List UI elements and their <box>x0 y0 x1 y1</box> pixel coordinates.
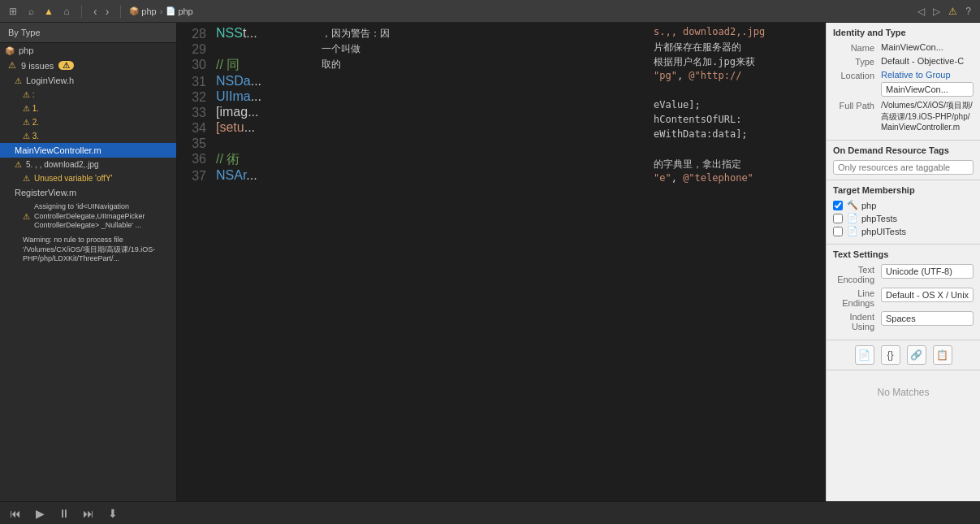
target-phpuitests-label: 📄 phpUITests <box>847 226 906 236</box>
sidebar-item-colon[interactable]: ⚠ : <box>0 88 176 102</box>
mid-code-2: 一个叫做 <box>315 41 647 57</box>
target-phptests-checkbox[interactable] <box>833 214 843 223</box>
editor-area: 28 NSSt... 29 30 // 同 31 NSDa... 32 UIIm… <box>177 23 826 501</box>
sidebar-item-unused-var[interactable]: ⚠ Unused variable 'offY' <box>0 171 176 185</box>
debug-pause-btn[interactable]: ⏸ <box>55 505 73 522</box>
code-line-31: 31 NSDa... <box>177 74 315 89</box>
warning-norule-label: Warning: no rule to process file '/Volum… <box>23 236 168 264</box>
nav-right-icon[interactable]: ▷ <box>930 6 943 17</box>
rcode-line-31: "pg", @"http:// <box>647 70 826 99</box>
debug-stepinto-btn[interactable]: ⬇ <box>104 505 122 522</box>
file-icon-btn[interactable]: 📄 <box>855 345 874 365</box>
warning-unused-icon: ⚠ <box>23 174 30 183</box>
target-phptests-icon: 📄 <box>847 213 858 223</box>
sidebar-item-loginviewh[interactable]: ⚠ LoginView.h <box>0 73 176 88</box>
loginviewh-label: LoginView.h <box>26 76 74 85</box>
nav-left-icon[interactable]: ◁ <box>915 6 927 17</box>
breadcrumb-item-php2[interactable]: 📄 php <box>166 6 192 16</box>
text-settings-title: Text Settings <box>833 249 974 259</box>
sidebar-item-php[interactable]: 📦 php <box>0 43 176 58</box>
mid-code-3: 取的 <box>315 57 647 72</box>
on-demand-input[interactable] <box>833 160 974 175</box>
php-issues-badge: ⚠ <box>58 61 74 70</box>
type-value: Default - Objective-C <box>881 56 974 66</box>
warning-icon-loginviewh: ⚠ <box>15 76 22 85</box>
sidebar-item-registerviewm[interactable]: RegisterView.m <box>0 185 176 200</box>
rcode-line-31b: eValue]; <box>647 99 826 114</box>
warning-2-icon: ⚠ 2. <box>23 118 39 127</box>
sidebar-item-download[interactable]: ⚠ 5. , , download2,.jpg <box>0 158 176 171</box>
on-demand-section: On Demand Resource Tags <box>827 141 980 180</box>
fullpath-value: /Volumes/CX/iOS/项目期/高级课/19.iOS-PHP/php/M… <box>881 100 974 132</box>
link-icon-btn[interactable]: 🔗 <box>907 345 926 365</box>
identity-type-section: Identity and Type Name MainViewCon... Ty… <box>827 23 980 141</box>
sidebar-item-1[interactable]: ⚠ 1. <box>0 102 176 115</box>
mid-code-31 <box>315 72 647 102</box>
target-phpuitests-checkbox[interactable] <box>833 227 843 236</box>
nav-buttons[interactable]: ‹ › <box>90 5 112 18</box>
sidebar: By Type 📦 php ⚠ 9 issues ⚠ ⚠ LoginView.h… <box>0 23 177 501</box>
warning-toolbar-icon: ▲ <box>42 5 55 18</box>
toolbar-help-icon[interactable]: ? <box>963 6 974 17</box>
code-line-29: 29 <box>177 41 315 57</box>
type-label: Type <box>833 56 878 67</box>
sidebar-item-2[interactable]: ⚠ 2. <box>0 115 176 129</box>
breadcrumb-separator: › <box>160 6 163 16</box>
rcode-line-29: 片都保存在服务器的 <box>647 41 826 55</box>
text-encoding-select[interactable]: Unicode (UTF-8) <box>881 264 974 279</box>
name-label: Name <box>833 42 878 53</box>
rcode-line-32: hContentsOfURL: <box>647 114 826 128</box>
sidebar-php-issues[interactable]: ⚠ 9 issues ⚠ <box>0 58 176 73</box>
code-line-34: 34 [setu... <box>177 120 315 136</box>
code-line-30: 30 // 同 <box>177 57 315 74</box>
document-icon-btn[interactable]: 📋 <box>933 345 952 365</box>
debug-restart-btn[interactable]: ⏮ <box>6 505 24 522</box>
rcode-line-28: s.,, download2,.jpg <box>647 26 826 41</box>
type-row: Type Default - Objective-C <box>833 56 974 67</box>
indent-using-select[interactable]: Spaces <box>881 311 974 326</box>
warning-3-icon: ⚠ 3. <box>23 132 39 141</box>
debug-play-btn[interactable]: ▶ <box>31 505 49 522</box>
code-line-35: 35 <box>177 136 315 151</box>
debug-stepover-btn[interactable]: ⏭ <box>80 505 97 522</box>
breadcrumb: 📦 php › 📄 php <box>129 6 192 16</box>
no-matches-label: No Matches <box>827 370 980 414</box>
text-encoding-row: Text Encoding Unicode (UTF-8) <box>833 264 974 284</box>
name-row: Name MainViewCon... <box>833 42 974 53</box>
target-phptests-label: 📄 phpTests <box>847 213 897 223</box>
mid-code-1: ，因为警告：因 <box>315 26 647 41</box>
sidebar-item-assigning[interactable]: ⚠ Assigning to 'id<UINavigation Controll… <box>0 200 176 233</box>
search-icon[interactable]: ⌕ <box>24 5 37 18</box>
location-row: Location Relative to Group <box>833 70 974 97</box>
line-endings-select[interactable]: Default - OS X / Unix <box>881 288 974 302</box>
toolbar-separator-2 <box>120 5 121 18</box>
sidebar-item-mainviewcontrollerm[interactable]: MainViewController.m <box>0 143 176 158</box>
text-encoding-label: Text Encoding <box>833 264 878 284</box>
sidebar-item-3[interactable]: ⚠ 3. <box>0 129 176 143</box>
target-phptests-row: 📄 phpTests <box>833 213 974 223</box>
code-line-28: 28 NSSt... <box>177 26 315 41</box>
location-value: Relative to Group <box>881 70 974 80</box>
identity-type-title: Identity and Type <box>833 28 974 37</box>
target-phpuitests-row: 📄 phpUITests <box>833 226 974 236</box>
nav-forward-button[interactable]: › <box>102 5 113 18</box>
location-input[interactable] <box>881 82 974 97</box>
target-php-checkbox[interactable] <box>833 201 843 210</box>
sidebar-item-norule[interactable]: Warning: no rule to process file '/Volum… <box>0 233 176 266</box>
warning-1-icon: ⚠ 1. <box>23 104 39 113</box>
target-php-row: 🔨 php <box>833 200 974 210</box>
toolbar-warning-icon[interactable]: ⚠ <box>946 6 960 17</box>
braces-icon-btn[interactable]: {} <box>881 345 900 365</box>
breadcrumb-item-php[interactable]: 📦 php <box>129 6 156 16</box>
code-line-36: 36 // 術 <box>177 151 315 168</box>
warning-download-icon: ⚠ <box>15 160 22 169</box>
toolbar-icon-1: ⊞ <box>6 5 19 18</box>
toolbar: ⊞ ⌕ ▲ ⌂ ‹ › 📦 php › 📄 php ◁ ▷ ⚠ ? <box>0 0 980 23</box>
home-icon[interactable]: ⌂ <box>60 5 73 18</box>
fullpath-label: Full Path <box>833 100 878 110</box>
php-issues-label: 9 issues <box>21 61 54 71</box>
rcode-line-36: 的字典里，拿出指定 <box>647 158 826 172</box>
nav-back-button[interactable]: ‹ <box>90 5 101 18</box>
location-label: Location <box>833 70 878 80</box>
target-php-icon: 🔨 <box>847 200 858 210</box>
